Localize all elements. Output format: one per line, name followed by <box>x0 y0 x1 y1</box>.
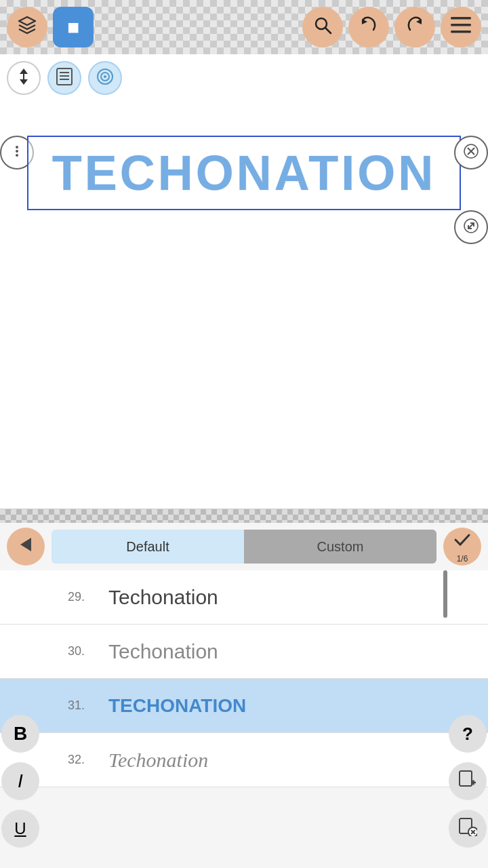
checker-divider <box>0 509 488 523</box>
text-element[interactable]: TECHONATION <box>27 136 461 210</box>
square-icon: ■ <box>67 16 79 39</box>
page-view-button[interactable] <box>47 61 81 95</box>
svg-rect-5 <box>451 24 471 26</box>
menu-button[interactable] <box>441 7 481 47</box>
font-text-30: Techonation <box>108 640 218 663</box>
svg-marker-3 <box>416 19 422 24</box>
font-text-29: Techonation <box>108 586 218 609</box>
font-num-32: 32. <box>68 753 108 767</box>
second-toolbar <box>0 54 488 102</box>
top-toolbar: ■ <box>0 0 488 54</box>
canvas-text: TECHONATION <box>52 145 436 201</box>
resize-icon <box>464 218 479 237</box>
question-mark-icon: ? <box>462 724 473 745</box>
svg-point-16 <box>104 75 106 78</box>
font-row-29[interactable]: 29. Techonation <box>0 570 488 625</box>
help-button[interactable]: ? <box>449 715 487 753</box>
back-arrow-icon <box>16 535 35 559</box>
page-count: 1/6 <box>457 554 468 564</box>
underline-button[interactable]: U <box>1 810 39 848</box>
font-text-32: Techonation <box>108 749 208 772</box>
checkmark-icon <box>453 530 472 554</box>
undo-button[interactable] <box>348 7 389 47</box>
layers-button[interactable] <box>7 7 47 47</box>
bold-button[interactable]: B <box>1 715 39 753</box>
hamburger-icon <box>451 17 471 38</box>
vertical-arrow-icon <box>16 67 32 89</box>
font-num-29: 29. <box>68 590 108 604</box>
context-menu-icon <box>9 144 24 162</box>
shape-square-button[interactable]: ■ <box>53 7 94 47</box>
font-tabs-row: Default Custom 1/6 <box>0 523 488 570</box>
svg-marker-25 <box>20 538 31 551</box>
font-row-30[interactable]: 30. Techonation <box>0 625 488 679</box>
svg-marker-8 <box>20 79 28 85</box>
back-button[interactable] <box>7 528 45 566</box>
undo-icon <box>359 15 379 40</box>
redo-button[interactable] <box>394 7 435 47</box>
restrict-page-button[interactable] <box>449 810 487 848</box>
tab-custom[interactable]: Custom <box>244 530 436 564</box>
search-button[interactable] <box>302 7 343 47</box>
close-icon <box>464 144 479 162</box>
svg-point-18 <box>16 150 18 153</box>
search-icon <box>312 15 333 40</box>
bottom-panel: Default Custom 1/6 29. Techonation 30. T… <box>0 509 488 868</box>
italic-button[interactable]: I <box>1 762 39 800</box>
confirm-button[interactable]: 1/6 <box>443 528 481 566</box>
font-row-32[interactable]: 32. Techonation <box>0 733 488 787</box>
canvas-area: TECHONATION <box>0 102 488 515</box>
svg-marker-7 <box>20 68 28 74</box>
svg-rect-4 <box>451 17 471 20</box>
font-num-31: 31. <box>68 698 108 713</box>
underline-icon: U <box>14 819 26 838</box>
svg-rect-26 <box>460 771 472 786</box>
action-buttons-right: ? <box>447 715 488 854</box>
add-page-icon <box>458 770 477 793</box>
font-list[interactable]: 29. Techonation 30. Techonation 31. TECH… <box>0 570 488 855</box>
layers-icon <box>16 14 38 41</box>
page-icon <box>56 67 73 90</box>
target-button[interactable] <box>88 61 122 95</box>
svg-point-19 <box>16 154 18 157</box>
text-selection-border: TECHONATION <box>27 136 461 210</box>
svg-marker-2 <box>362 19 367 24</box>
resize-arrow-button[interactable] <box>7 61 41 95</box>
resize-element-button[interactable] <box>454 210 488 244</box>
redo-icon <box>405 15 425 40</box>
restrict-page-icon <box>458 817 477 840</box>
svg-line-1 <box>325 28 331 33</box>
svg-rect-6 <box>451 31 471 33</box>
font-text-31: TECHONATION <box>108 695 246 717</box>
target-icon <box>96 67 115 90</box>
italic-icon: I <box>18 770 23 792</box>
font-row-31[interactable]: 31. TECHONATION <box>0 679 488 733</box>
close-element-button[interactable] <box>454 136 488 170</box>
font-num-30: 30. <box>68 644 108 658</box>
add-page-button[interactable] <box>449 762 487 800</box>
svg-point-17 <box>16 146 18 149</box>
svg-line-24 <box>468 223 474 229</box>
bold-icon: B <box>14 723 27 745</box>
tab-default[interactable]: Default <box>52 530 244 564</box>
text-format-buttons: B I U <box>0 715 41 854</box>
font-tabs: Default Custom <box>52 530 436 564</box>
